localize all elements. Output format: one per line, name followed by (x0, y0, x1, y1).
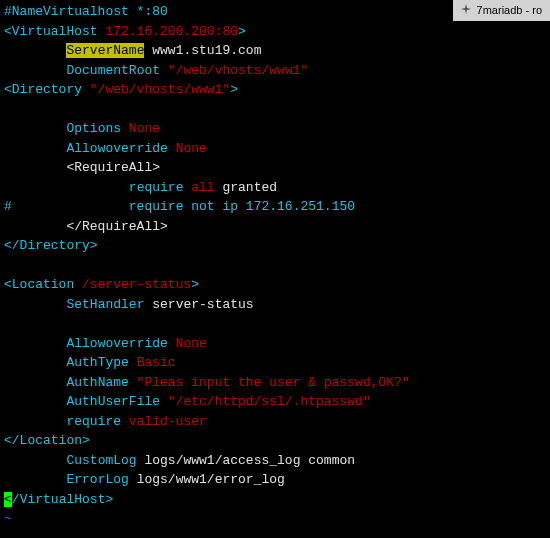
code-line: AuthName "Pleas input the user & passwd,… (4, 373, 546, 393)
code-line: <VirtualHost 172.16.200.200:80> (4, 22, 546, 42)
code-line: ~ (4, 509, 546, 529)
code-token: require (66, 414, 121, 429)
code-token: AuthUserFile (66, 394, 160, 409)
code-line: </Location> (4, 431, 546, 451)
code-line: Allowoverride None (4, 139, 546, 159)
code-token (4, 297, 66, 312)
code-token: /server-status (82, 277, 191, 292)
code-token (4, 43, 66, 58)
code-token: AuthName (66, 375, 128, 390)
code-line: </VirtualHost> (4, 490, 546, 510)
code-line: require valid-user (4, 412, 546, 432)
code-token: None (129, 121, 160, 136)
code-line: Options None (4, 119, 546, 139)
code-token: AuthType (66, 355, 128, 370)
code-token: Directory (20, 238, 90, 253)
code-line: Allowoverride None (4, 334, 546, 354)
code-token (4, 355, 66, 370)
code-line: <Location /server-status> (4, 275, 546, 295)
code-token: ErrorLog (66, 472, 128, 487)
code-token: DocumentRoot (66, 63, 160, 78)
code-line: </Directory> (4, 236, 546, 256)
code-token: None (176, 141, 207, 156)
code-token: Basic (137, 355, 176, 370)
code-line (4, 256, 546, 276)
code-token: Location (20, 433, 82, 448)
code-token: ServerName (66, 43, 144, 58)
code-token: </RequireAll> (4, 219, 168, 234)
code-token: require (129, 180, 184, 195)
code-line: AuthUserFile "/etc/httpd/ssl/.htpasswd" (4, 392, 546, 412)
code-line: require all granted (4, 178, 546, 198)
code-token: all (191, 180, 214, 195)
code-token (160, 394, 168, 409)
window-tab[interactable]: 7mariadb - ro (453, 0, 550, 21)
code-token: Allowoverride (66, 141, 167, 156)
tab-label: 7mariadb - ro (477, 2, 542, 19)
code-token (4, 63, 66, 78)
code-token (4, 414, 66, 429)
code-token: VirtualHost (20, 492, 106, 507)
code-token: logs/www1/error_log (129, 472, 285, 487)
code-token: < (4, 277, 12, 292)
code-token: "/web/vhosts/www1" (90, 82, 230, 97)
code-token (4, 453, 66, 468)
code-line: <Directory "/web/vhosts/www1"> (4, 80, 546, 100)
code-token (129, 375, 137, 390)
code-token: #NameVirtualhost *:80 (4, 4, 168, 19)
code-token: </ (4, 238, 20, 253)
code-token: </ (4, 433, 20, 448)
code-token (168, 336, 176, 351)
code-token (168, 141, 176, 156)
code-token: Allowoverride (66, 336, 167, 351)
code-token (121, 121, 129, 136)
code-line (4, 314, 546, 334)
code-token: "/web/vhosts/www1" (168, 63, 308, 78)
code-token (4, 336, 66, 351)
code-token: ~ (4, 511, 12, 526)
code-token: logs/www1/access_log common (137, 453, 355, 468)
code-token (4, 375, 66, 390)
code-line: CustomLog logs/www1/access_log common (4, 451, 546, 471)
code-token: < (4, 492, 12, 507)
code-token: / (12, 492, 20, 507)
code-line: ServerName www1.stu19.com (4, 41, 546, 61)
code-token: 172.16.200.200:80 (105, 24, 238, 39)
code-token (121, 414, 129, 429)
code-line: # require not ip 172.16.251.150 (4, 197, 546, 217)
code-token (129, 355, 137, 370)
pin-icon (461, 2, 471, 19)
code-token (4, 180, 129, 195)
code-token: < (4, 24, 12, 39)
code-token: > (238, 24, 246, 39)
code-token: SetHandler (66, 297, 144, 312)
code-token: > (230, 82, 238, 97)
code-line: ErrorLog logs/www1/error_log (4, 470, 546, 490)
code-token: VirtualHost (12, 24, 106, 39)
code-token: www1.stu19.com (144, 43, 261, 58)
code-token (4, 141, 66, 156)
code-token: < (4, 82, 12, 97)
code-token: "/etc/httpd/ssl/.htpasswd" (168, 394, 371, 409)
code-token: > (90, 238, 98, 253)
code-line: </RequireAll> (4, 217, 546, 237)
code-token: > (82, 433, 90, 448)
code-line: DocumentRoot "/web/vhosts/www1" (4, 61, 546, 81)
code-token: None (176, 336, 207, 351)
editor-area[interactable]: #NameVirtualhost *:80<VirtualHost 172.16… (0, 0, 550, 531)
code-line: AuthType Basic (4, 353, 546, 373)
code-token: granted (215, 180, 277, 195)
code-token: > (191, 277, 199, 292)
code-token: # require not ip 172.16.251.150 (4, 199, 355, 214)
code-token: > (105, 492, 113, 507)
code-token (4, 394, 66, 409)
code-token: CustomLog (66, 453, 136, 468)
code-token: <RequireAll> (4, 160, 160, 175)
code-line (4, 100, 546, 120)
code-token: valid-user (129, 414, 207, 429)
code-token: Location (12, 277, 82, 292)
code-token: Directory (12, 82, 90, 97)
code-token: "Pleas input the user & passwd,OK?" (137, 375, 410, 390)
code-token (160, 63, 168, 78)
code-token: Options (66, 121, 121, 136)
